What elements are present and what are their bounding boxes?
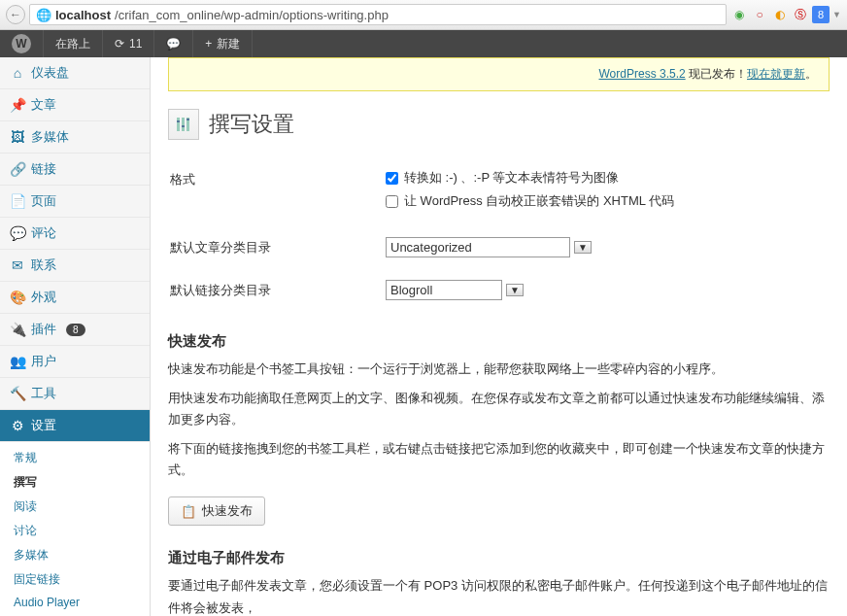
sliders-icon	[168, 109, 199, 140]
url-bar[interactable]: 🌐 localhost/crifan_com_online/wp-admin/o…	[29, 4, 727, 25]
email-post-title: 通过电子邮件发布	[168, 549, 830, 567]
settings-submenu: 常规 撰写 阅读 讨论 多媒体 固定链接 Audio Player Breadc…	[0, 442, 150, 616]
menu-appearance[interactable]: 🎨外观	[0, 282, 150, 314]
menu-pages[interactable]: 📄页面	[0, 186, 150, 218]
press-this-title: 快速发布	[168, 332, 830, 351]
default-link-cat-select[interactable]: Blogroll	[386, 280, 502, 300]
site-name-item[interactable]: 在路上	[44, 30, 103, 57]
ext-icon-2[interactable]: ○	[751, 6, 768, 23]
browser-toolbar: ← 🌐 localhost/crifan_com_online/wp-admin…	[0, 0, 847, 30]
xhtml-checkbox[interactable]	[386, 195, 398, 208]
submenu-discussion[interactable]: 讨论	[14, 519, 150, 543]
press-this-icon: 📋	[181, 504, 196, 519]
chevron-down-icon[interactable]: ▼	[506, 284, 524, 296]
home-icon: ⌂	[10, 65, 25, 81]
user-icon: 👥	[10, 354, 25, 369]
plus-icon: +	[205, 37, 212, 51]
wp-logo-item[interactable]: W	[0, 30, 44, 57]
wp-admin-bar: W 在路上 ⟳11 💬 +新建	[0, 30, 847, 57]
svg-rect-5	[186, 119, 189, 120]
comments-item[interactable]: 💬	[154, 30, 193, 57]
link-icon: 🔗	[10, 161, 25, 177]
page-header: 撰写设置	[168, 109, 830, 140]
url-path: /crifan_com_online/wp-admin/options-writ…	[115, 8, 389, 22]
ext-noscript-icon[interactable]: Ⓢ	[792, 6, 809, 23]
submenu-writing[interactable]: 撰写	[14, 470, 150, 495]
media-icon: 🖼	[10, 129, 25, 145]
menu-comments[interactable]: 💬评论	[0, 218, 150, 250]
submenu-reading[interactable]: 阅读	[14, 495, 150, 519]
globe-icon: 🌐	[36, 8, 51, 22]
menu-tools[interactable]: 🔨工具	[0, 378, 150, 410]
chevron-down-icon[interactable]: ▼	[574, 241, 592, 254]
svg-rect-3	[177, 120, 180, 122]
update-notice: WordPress 3.5.2 现已发布！现在就更新。	[168, 57, 830, 91]
refresh-icon: ⟳	[115, 37, 124, 51]
wp-version-link[interactable]: WordPress 3.5.2	[599, 67, 686, 81]
press-this-p3: 将下面的链接拖拽到您的书签工具栏，或右键点击链接把它添加到您的收藏夹中，即可创建…	[168, 438, 830, 481]
bubble-icon: 💬	[10, 225, 25, 241]
press-this-p1: 快速发布功能是个书签工具按钮：一个运行于浏览器上，能帮您获取网络上一些零碎内容的…	[168, 359, 830, 380]
hammer-icon: 🔨	[10, 386, 25, 401]
submenu-permalink[interactable]: 固定链接	[14, 567, 150, 592]
default-link-cat-label: 默认链接分类目录	[170, 270, 384, 311]
emoticons-label: 转换如 :-) 、:-P 等文本表情符号为图像	[404, 169, 619, 187]
update-now-link[interactable]: 现在就更新	[747, 67, 805, 81]
ext-google-icon[interactable]: 8	[812, 6, 830, 23]
default-cat-select[interactable]: Uncategorized	[386, 237, 570, 257]
page-title: 撰写设置	[209, 110, 294, 139]
default-cat-label: 默认文章分类目录	[170, 227, 384, 268]
plugins-badge: 8	[66, 324, 85, 336]
ext-icon-3[interactable]: ◐	[771, 6, 789, 23]
submenu-audioplayer[interactable]: Audio Player	[14, 592, 150, 613]
xhtml-label: 让 WordPress 自动校正嵌套错误的 XHTML 代码	[404, 192, 674, 210]
press-this-p2: 用快速发布功能摘取任意网页上的文字、图像和视频。在您保存或发布文章之前都可以通过…	[168, 388, 830, 430]
sliders-icon: ⚙	[10, 418, 25, 433]
comment-icon: 💬	[166, 37, 181, 51]
format-label: 格式	[170, 159, 384, 225]
menu-links[interactable]: 🔗链接	[0, 154, 150, 186]
menu-contact[interactable]: ✉联系	[0, 250, 150, 282]
menu-media[interactable]: 🖼多媒体	[0, 121, 150, 154]
page-icon: 📄	[10, 193, 25, 209]
wordpress-icon: W	[12, 34, 31, 53]
palette-icon: 🎨	[10, 290, 25, 305]
plug-icon: 🔌	[10, 322, 25, 337]
menu-settings[interactable]: ⚙设置	[0, 410, 150, 442]
ext-icon-1[interactable]: ◉	[730, 6, 748, 23]
extension-icons: ◉ ○ ◐ Ⓢ 8 ▼	[730, 6, 841, 23]
menu-users[interactable]: 👥用户	[0, 346, 150, 378]
main-content: WordPress 3.5.2 现已发布！现在就更新。 撰写设置 格式 转换如 …	[151, 57, 847, 616]
press-this-button[interactable]: 📋 快速发布	[168, 496, 265, 526]
menu-posts[interactable]: 📌文章	[0, 89, 150, 121]
svg-rect-4	[182, 125, 185, 127]
menu-plugins[interactable]: 🔌插件8	[0, 314, 150, 346]
svg-rect-1	[182, 118, 185, 131]
new-content-item[interactable]: +新建	[193, 30, 253, 57]
admin-sidebar: ⌂仪表盘 📌文章 🖼多媒体 🔗链接 📄页面 💬评论 ✉联系 🎨外观 🔌插件8 👥…	[0, 57, 151, 616]
url-host: localhost	[55, 8, 111, 22]
mail-icon: ✉	[10, 257, 25, 273]
pin-icon: 📌	[10, 97, 25, 113]
back-button[interactable]: ←	[6, 5, 25, 24]
menu-dashboard[interactable]: ⌂仪表盘	[0, 57, 150, 89]
dropdown-icon[interactable]: ▼	[832, 10, 841, 19]
submenu-general[interactable]: 常规	[14, 446, 150, 470]
submenu-media[interactable]: 多媒体	[14, 543, 150, 567]
svg-rect-0	[177, 118, 180, 131]
updates-item[interactable]: ⟳11	[103, 30, 154, 57]
email-post-desc: 要通过电子邮件发表文章，您必须设置一个有 POP3 访问权限的私密电子邮件账户。…	[168, 575, 830, 616]
emoticons-checkbox[interactable]	[386, 172, 398, 185]
